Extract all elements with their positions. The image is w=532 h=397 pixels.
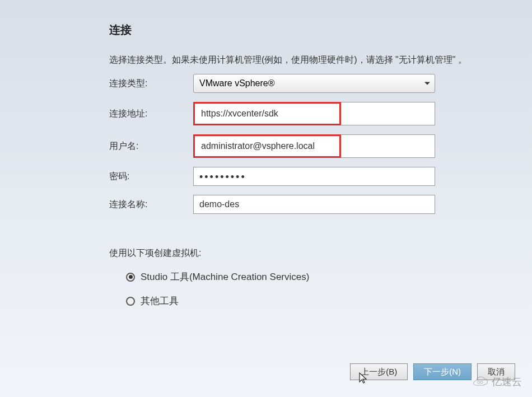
connection-address-input[interactable] — [195, 104, 339, 123]
address-highlight — [193, 102, 341, 125]
connection-type-label: 连接类型: — [109, 78, 193, 90]
connection-type-row: 连接类型: VMware vSphere® — [109, 74, 532, 93]
username-input-remainder[interactable] — [341, 134, 435, 158]
password-input[interactable]: ••••••••• — [193, 167, 435, 186]
connection-name-input[interactable] — [193, 195, 435, 214]
username-row: 用户名: — [109, 134, 532, 158]
radio-row-studio[interactable]: Studio 工具(Machine Creation Services) — [126, 270, 532, 283]
radio-icon — [126, 273, 135, 282]
password-label: 密码: — [109, 171, 193, 183]
cursor-icon — [358, 372, 368, 387]
radio-row-other[interactable]: 其他工具 — [126, 295, 532, 307]
vm-create-section-title: 使用以下项创建虚拟机: — [109, 247, 532, 259]
vm-create-radio-group: Studio 工具(Machine Creation Services) 其他工… — [109, 270, 532, 307]
password-row: 密码: ••••••••• — [109, 167, 532, 186]
svg-point-0 — [478, 381, 480, 384]
instruction-text: 选择连接类型。如果未使用计算机管理(例如，使用物理硬件时)，请选择 "无计算机管… — [109, 54, 532, 66]
connection-address-row: 连接地址: — [109, 102, 532, 125]
username-highlight — [193, 134, 341, 158]
watermark-text: 亿速云 — [492, 375, 522, 389]
connection-name-row: 连接名称: — [109, 195, 532, 214]
address-input-remainder[interactable] — [341, 102, 435, 125]
page-title: 连接 — [109, 22, 532, 38]
radio-icon — [126, 297, 135, 306]
connection-form-container: 连接 选择连接类型。如果未使用计算机管理(例如，使用物理硬件时)，请选择 "无计… — [0, 0, 532, 397]
connection-type-dropdown[interactable]: VMware vSphere® — [193, 74, 435, 93]
username-input[interactable] — [195, 137, 339, 156]
next-button[interactable]: 下一步(N) — [413, 363, 472, 380]
username-label: 用户名: — [109, 141, 193, 152]
chevron-down-icon — [424, 82, 430, 85]
radio-label-other: 其他工具 — [141, 295, 179, 307]
connection-name-label: 连接名称: — [109, 199, 193, 211]
watermark: 亿速云 — [472, 375, 522, 389]
connection-type-value: VMware vSphere® — [199, 78, 275, 88]
radio-label-studio: Studio 工具(Machine Creation Services) — [141, 270, 309, 283]
cloud-icon — [472, 376, 488, 387]
svg-point-1 — [480, 381, 483, 384]
connection-address-label: 连接地址: — [109, 108, 193, 120]
